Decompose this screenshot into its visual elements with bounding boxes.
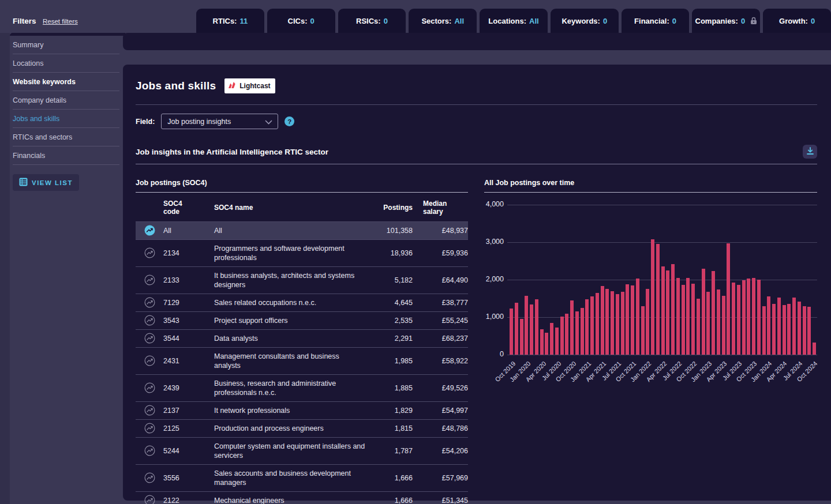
view-list-button[interactable]: VIEW LIST xyxy=(13,174,79,191)
bar-jan-2023 xyxy=(706,292,710,355)
table-row-soc4-7129[interactable]: 7129Sales related occupations n.e.c.4,64… xyxy=(136,294,468,312)
trend-chart-icon[interactable] xyxy=(136,297,163,308)
table-row-soc4-2134[interactable]: 2134Programmers and software development… xyxy=(136,240,468,267)
chart-plot-area: 01,0002,0003,0004,000 xyxy=(484,205,817,355)
bar-may-2022 xyxy=(666,270,669,355)
table-row-soc4-3544[interactable]: 3544Data analysts2,291£68,237 xyxy=(136,330,468,348)
bar-apr-2022 xyxy=(661,266,665,355)
field-dropdown[interactable]: Job posting insights xyxy=(161,114,278,129)
bar-jun-2020 xyxy=(550,323,553,355)
trend-chart-icon-selected[interactable] xyxy=(136,225,163,236)
cell-median-salary: £49,526 xyxy=(413,379,468,397)
trend-chart-icon[interactable] xyxy=(136,405,163,416)
trend-chart-icon[interactable] xyxy=(136,495,163,504)
trend-chart-icon[interactable] xyxy=(136,315,163,326)
cell-soc4-code: 3556 xyxy=(163,469,214,487)
job-postings-chart: 01,0002,0003,0004,000 Oct 2019Jan 2020Ap… xyxy=(484,205,817,394)
table-row-soc4-2125[interactable]: 2125Production and process engineers1,81… xyxy=(136,420,468,438)
left-rail xyxy=(0,33,10,504)
filter-tab-sectors[interactable]: Sectors:All xyxy=(409,9,477,33)
table-row-soc4-2133[interactable]: 2133It business analysts, architects and… xyxy=(136,267,468,294)
filter-tab-value: 11 xyxy=(239,17,248,25)
filter-tab-growth[interactable]: Growth:0 xyxy=(763,9,831,33)
trend-chart-icon[interactable] xyxy=(136,274,163,285)
cell-soc4-code: 2137 xyxy=(163,402,214,419)
filter-tabs: RTICs:11CICs:0RSICs:0Sectors:AllLocation… xyxy=(196,9,831,33)
bar-mar-2024 xyxy=(777,298,781,355)
table-row-soc4-2431[interactable]: 2431Management consultants and business … xyxy=(136,348,468,375)
cell-soc4-name: Computer system and equipment installers… xyxy=(214,438,365,464)
filter-tab-label: RSICs: xyxy=(356,17,381,25)
trend-chart-icon[interactable] xyxy=(136,423,163,434)
help-icon[interactable]: ? xyxy=(285,116,294,126)
page-title: Jobs and skills xyxy=(136,80,216,92)
cell-soc4-code: All xyxy=(163,222,214,239)
filter-tab-locations[interactable]: Locations:All xyxy=(480,9,548,33)
filter-tab-label: Locations: xyxy=(488,17,526,25)
filter-tab-keywords[interactable]: Keywords:0 xyxy=(551,9,619,33)
bar-oct-2021 xyxy=(631,285,634,355)
y-tick-label: 4,000 xyxy=(484,200,504,208)
sidebar-item-rtics-and-sectors[interactable]: RTICs and sectors xyxy=(13,128,119,146)
filter-tab-value: 0 xyxy=(384,17,388,25)
trend-chart-icon[interactable] xyxy=(136,472,163,483)
cell-median-salary: £55,245 xyxy=(413,312,468,329)
bar-feb-2020 xyxy=(530,304,533,355)
bar-nov-2022 xyxy=(697,299,700,355)
trend-chart-icon[interactable] xyxy=(136,355,163,366)
bar-feb-2021 xyxy=(590,296,594,355)
filters-title: Filters xyxy=(13,17,36,25)
cell-median-salary: £48,937 xyxy=(413,222,468,239)
bar-jun-2022 xyxy=(671,264,675,355)
filter-tab-value: 0 xyxy=(811,17,815,25)
table-row-soc4-5244[interactable]: 5244Computer system and equipment instal… xyxy=(136,438,468,465)
filter-tab-cics[interactable]: CICs:0 xyxy=(267,9,335,33)
sidebar-item-summary[interactable]: Summary xyxy=(13,36,119,54)
cell-soc4-code: 5244 xyxy=(163,442,214,460)
bar-jun-2021 xyxy=(611,291,614,355)
download-button[interactable] xyxy=(803,145,817,159)
trend-chart-icon[interactable] xyxy=(136,247,163,258)
lock-icon xyxy=(748,17,757,25)
bar-mar-2020 xyxy=(535,299,538,355)
jobs-and-skills-panel: Jobs and skills Lightcast Field: Job pos… xyxy=(123,65,831,501)
bar-dec-2019 xyxy=(520,319,523,355)
table-row-soc4-2122[interactable]: 2122Mechanical engineers1,666£51,345 xyxy=(136,492,468,504)
sidebar-item-company-details[interactable]: Company details xyxy=(13,91,119,110)
col-header-soc4-name: SOC4 name xyxy=(214,204,365,212)
trend-chart-icon[interactable] xyxy=(136,333,163,344)
cell-soc4-code: 3544 xyxy=(163,330,214,347)
cell-soc4-name: Management consultants and business anal… xyxy=(214,348,365,374)
lightcast-logo-text: Lightcast xyxy=(239,82,270,90)
lightcast-logo: Lightcast xyxy=(224,78,275,93)
cell-postings: 1,666 xyxy=(365,469,413,487)
filter-tab-companies[interactable]: Companies:0 xyxy=(692,9,760,33)
table-header-row: SOC4 code SOC4 name Postings Median sala… xyxy=(136,194,468,221)
bar-aug-2020 xyxy=(560,317,564,355)
trend-chart-icon[interactable] xyxy=(136,445,163,456)
reset-filters-link[interactable]: Reset filters xyxy=(43,18,78,25)
table-row-soc4-3556[interactable]: 3556Sales accounts and business developm… xyxy=(136,465,468,492)
bar-jan-2022 xyxy=(646,289,649,355)
cell-soc4-name: Sales accounts and business development … xyxy=(214,465,365,491)
filter-tab-rtics[interactable]: RTICs:11 xyxy=(196,9,264,33)
filter-tab-label: Keywords: xyxy=(562,17,600,25)
filter-tab-label: Growth: xyxy=(779,17,808,25)
sidebar-item-website-keywords[interactable]: Website keywords xyxy=(13,73,119,91)
sidebar-item-financials[interactable]: Financials xyxy=(13,146,119,165)
cell-postings: 1,815 xyxy=(365,420,413,437)
trend-chart-icon[interactable] xyxy=(136,382,163,393)
table-row-soc4-all[interactable]: AllAll101,358£48,937 xyxy=(136,221,468,240)
filter-tab-financial[interactable]: Financial:0 xyxy=(622,9,690,33)
bar-oct-2024 xyxy=(813,343,816,355)
bar-sep-2020 xyxy=(565,314,568,355)
filter-tab-rsics[interactable]: RSICs:0 xyxy=(338,9,406,33)
table-row-soc4-2137[interactable]: 2137It network professionals1,829£54,997 xyxy=(136,402,468,420)
sidebar-item-locations[interactable]: Locations xyxy=(13,54,119,73)
sidebar-item-jobs-and-skills[interactable]: Jobs and skills xyxy=(13,110,119,128)
table-row-soc4-3543[interactable]: 3543Project support officers2,535£55,245 xyxy=(136,312,468,330)
chart-bars xyxy=(510,205,816,355)
cell-postings: 4,645 xyxy=(365,294,413,311)
table-row-soc4-2439[interactable]: 2439Business, research and administrativ… xyxy=(136,375,468,402)
cell-postings: 5,182 xyxy=(365,272,413,289)
